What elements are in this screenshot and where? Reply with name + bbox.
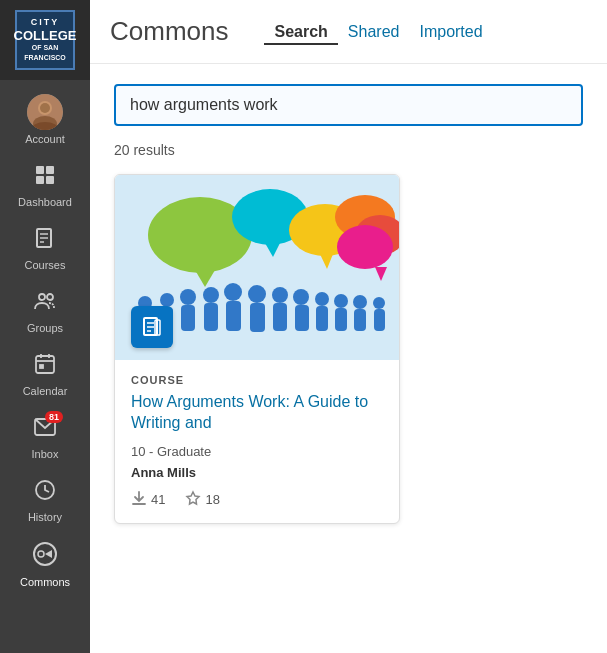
nav-search[interactable]: Search (264, 19, 337, 45)
svg-point-48 (272, 287, 288, 303)
svg-rect-15 (36, 356, 54, 373)
sidebar-item-dashboard[interactable]: Dashboard (0, 153, 90, 216)
sidebar-item-groups[interactable]: Groups (0, 279, 90, 342)
svg-point-56 (353, 295, 367, 309)
page-title: Commons (110, 16, 228, 47)
svg-rect-51 (295, 305, 309, 331)
star-count: 18 (205, 492, 219, 507)
nav-imported[interactable]: Imported (409, 19, 492, 45)
svg-point-54 (334, 294, 348, 308)
calendar-icon (33, 352, 57, 382)
svg-rect-49 (273, 303, 287, 331)
svg-point-23 (38, 551, 44, 557)
course-card[interactable]: COURSE How Arguments Work: A Guide to Wr… (114, 174, 400, 524)
sidebar-item-inbox[interactable]: 81 Inbox (0, 405, 90, 468)
sidebar-item-commons-label: Commons (20, 576, 70, 588)
card-image (115, 175, 399, 360)
svg-point-40 (180, 289, 196, 305)
sidebar-item-courses-label: Courses (25, 259, 66, 271)
svg-marker-65 (187, 492, 199, 504)
course-book-icon (141, 316, 163, 338)
svg-point-42 (203, 287, 219, 303)
svg-point-52 (315, 292, 329, 306)
sidebar-item-account-label: Account (25, 133, 65, 145)
dashboard-icon (33, 163, 57, 193)
nav-shared[interactable]: Shared (338, 19, 410, 45)
svg-rect-53 (316, 306, 328, 331)
star-stat: 18 (185, 490, 219, 509)
svg-rect-47 (250, 303, 265, 332)
svg-point-34 (337, 225, 393, 269)
svg-point-3 (40, 103, 50, 113)
sidebar-logo: CITY COLLEGE OF SANFRANCISCO (0, 0, 90, 80)
sidebar-item-commons[interactable]: Commons (0, 531, 90, 596)
sidebar-item-dashboard-label: Dashboard (18, 196, 72, 208)
history-icon (33, 478, 57, 508)
svg-point-13 (39, 294, 45, 300)
search-input[interactable] (114, 84, 583, 126)
inbox-badge: 81 (45, 411, 63, 423)
sidebar: CITY COLLEGE OF SANFRANCISCO Account Das… (0, 0, 90, 653)
card-level: 10 - Graduate (131, 444, 383, 459)
svg-rect-45 (226, 301, 241, 331)
svg-point-46 (248, 285, 266, 303)
header: Commons Search Shared Imported (90, 0, 607, 64)
svg-point-44 (224, 283, 242, 301)
svg-point-38 (160, 293, 174, 307)
sidebar-item-calendar[interactable]: Calendar (0, 342, 90, 405)
sidebar-item-groups-label: Groups (27, 322, 63, 334)
sidebar-item-history[interactable]: History (0, 468, 90, 531)
courses-icon (33, 226, 57, 256)
card-stats: 41 18 (131, 490, 383, 509)
svg-rect-8 (46, 176, 54, 184)
svg-point-50 (293, 289, 309, 305)
svg-point-58 (373, 297, 385, 309)
sidebar-item-history-label: History (28, 511, 62, 523)
sidebar-item-calendar-label: Calendar (23, 385, 68, 397)
inbox-icon: 81 (33, 415, 57, 445)
svg-rect-43 (204, 303, 218, 331)
svg-rect-59 (374, 309, 385, 331)
avatar (27, 94, 63, 130)
svg-rect-41 (181, 305, 195, 331)
sidebar-item-courses[interactable]: Courses (0, 216, 90, 279)
svg-point-14 (47, 294, 53, 300)
svg-rect-7 (36, 176, 44, 184)
svg-rect-19 (40, 365, 43, 368)
svg-rect-6 (46, 166, 54, 174)
svg-rect-57 (354, 309, 366, 331)
download-stat: 41 (131, 490, 165, 509)
card-author: Anna Mills (131, 465, 383, 480)
results-count: 20 results (114, 142, 583, 158)
card-title[interactable]: How Arguments Work: A Guide to Writing a… (131, 392, 383, 434)
course-icon-badge (131, 306, 173, 348)
sidebar-item-account[interactable]: Account (0, 84, 90, 153)
star-icon (185, 490, 201, 509)
avatar-image (27, 94, 63, 130)
main-content: Commons Search Shared Imported 20 result… (90, 0, 607, 653)
download-icon (131, 490, 147, 509)
svg-rect-5 (36, 166, 44, 174)
logo-box: CITY COLLEGE OF SANFRANCISCO (15, 10, 75, 70)
card-type: COURSE (131, 374, 383, 386)
download-count: 41 (151, 492, 165, 507)
header-nav: Search Shared Imported (264, 19, 492, 45)
sidebar-item-inbox-label: Inbox (32, 448, 59, 460)
svg-rect-55 (335, 308, 347, 331)
groups-icon (33, 289, 57, 319)
commons-icon (32, 541, 58, 573)
content-area: 20 results (90, 64, 607, 653)
card-body: COURSE How Arguments Work: A Guide to Wr… (115, 360, 399, 523)
